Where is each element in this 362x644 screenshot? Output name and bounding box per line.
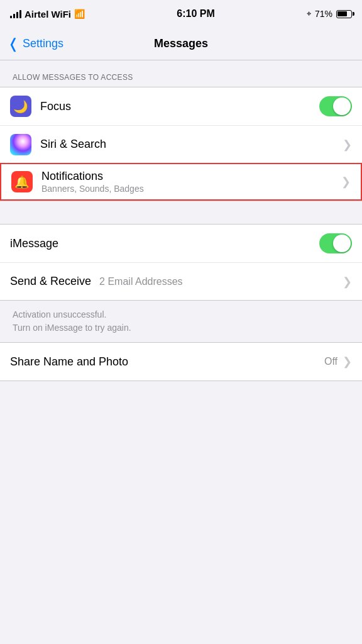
share-photo-detail: Off (324, 356, 337, 367)
signal-bars-icon (10, 9, 21, 18)
imessage-right (319, 233, 352, 253)
share-photo-title: Share Name and Photo (10, 355, 319, 369)
page-title: Messages (154, 37, 208, 50)
siri-title: Siri & Search (40, 138, 337, 151)
group-spacer-1 (0, 201, 362, 224)
siri-content: Siri & Search (40, 138, 337, 151)
send-receive-content: Send & Receive 2 Email Addresses (10, 275, 337, 288)
back-arrow-icon: ❬ (8, 37, 19, 51)
messages-group: iMessage Send & Receive 2 Email Addresse… (0, 224, 362, 301)
status-time: 6:10 PM (177, 8, 214, 19)
send-receive-detail: 2 Email Addresses (99, 276, 183, 287)
notifications-chevron-icon: ❯ (341, 175, 351, 189)
focus-right (319, 96, 352, 116)
focus-icon: 🌙 (10, 96, 31, 117)
nav-bar: ❬Settings Messages (0, 28, 362, 60)
battery-percent: 71% (315, 9, 332, 19)
list-item[interactable]: Send & Receive 2 Email Addresses ❯ (0, 262, 362, 300)
photo-group: Share Name and Photo Off ❯ (0, 342, 362, 381)
share-photo-right: Off ❯ (324, 355, 352, 369)
share-photo-content: Share Name and Photo (10, 355, 319, 369)
send-receive-title: Send & Receive 2 Email Addresses (10, 275, 337, 288)
section-label-access: ALLOW MESSAGES TO ACCESS (0, 60, 362, 87)
location-icon: ⌖ (307, 9, 311, 19)
siri-chevron-icon: ❯ (343, 138, 352, 152)
notifications-icon: 🔔 (11, 171, 33, 192)
access-group: 🌙 Focus Siri & Search ❯ 🔔 Notifications … (0, 87, 362, 201)
notifications-subtitle: Banners, Sounds, Badges (41, 184, 336, 194)
status-right: ⌖ 71% (307, 9, 352, 19)
notifications-row[interactable]: 🔔 Notifications Banners, Sounds, Badges … (0, 163, 362, 201)
share-photo-chevron-icon: ❯ (343, 355, 352, 369)
imessage-toggle[interactable] (319, 233, 352, 253)
back-label: Settings (23, 37, 63, 50)
focus-title: Focus (40, 100, 314, 113)
status-bar: Airtel WiFi 📶 6:10 PM ⌖ 71% (0, 0, 362, 28)
list-item[interactable]: Siri & Search ❯ (0, 125, 362, 163)
focus-content: Focus (40, 100, 314, 113)
send-receive-chevron-icon: ❯ (343, 275, 352, 289)
activation-note: Activation unsuccessful. Turn on iMessag… (0, 301, 362, 342)
carrier-label: Airtel WiFi (25, 9, 71, 19)
focus-toggle[interactable] (319, 96, 352, 116)
back-button[interactable]: ❬Settings (8, 37, 63, 51)
notifications-title: Notifications (41, 170, 336, 183)
siri-icon (10, 134, 31, 155)
notifications-right: ❯ (341, 175, 351, 189)
imessage-title: iMessage (10, 237, 314, 250)
send-receive-right: ❯ (343, 275, 352, 289)
list-item[interactable]: Share Name and Photo Off ❯ (0, 343, 362, 380)
wifi-icon: 📶 (74, 9, 85, 19)
list-item[interactable]: iMessage (0, 225, 362, 262)
list-item[interactable]: 🌙 Focus (0, 87, 362, 125)
notifications-content: Notifications Banners, Sounds, Badges (41, 170, 336, 194)
siri-right: ❯ (343, 138, 352, 152)
imessage-content: iMessage (10, 237, 314, 250)
status-left: Airtel WiFi 📶 (10, 9, 85, 19)
battery-icon (336, 10, 352, 18)
